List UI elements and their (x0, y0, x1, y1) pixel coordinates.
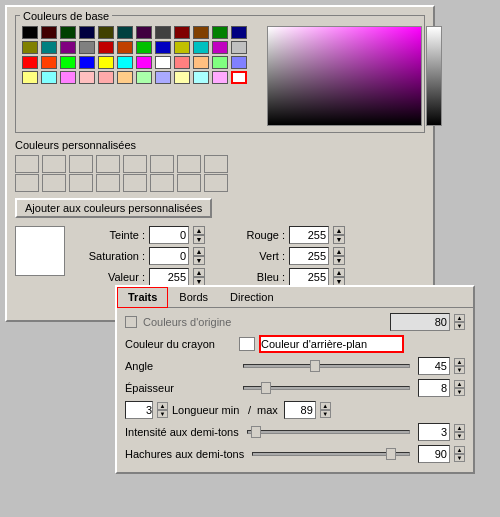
color-cell-4[interactable] (98, 26, 114, 39)
color-cell-39[interactable] (79, 71, 95, 84)
intensite-spin-down[interactable]: ▼ (454, 432, 465, 440)
color-cell-24[interactable] (22, 56, 38, 69)
custom-color-10[interactable] (69, 174, 93, 192)
color-cell-36[interactable] (22, 71, 38, 84)
color-cell-15[interactable] (79, 41, 95, 54)
teinte-spin-up[interactable]: ▲ (193, 226, 205, 235)
teinte-spin-down[interactable]: ▼ (193, 235, 205, 244)
sv-picker[interactable] (267, 26, 422, 126)
color-cell-21[interactable] (193, 41, 209, 54)
origin-color-checkbox[interactable] (125, 316, 137, 328)
color-cell-9[interactable] (193, 26, 209, 39)
angle-slider-thumb[interactable] (310, 360, 320, 372)
angle-spin-down[interactable]: ▼ (454, 366, 465, 374)
tab-bords[interactable]: Bords (168, 287, 219, 307)
hachures-spin-down[interactable]: ▼ (454, 454, 465, 462)
longueur-min-spin-up[interactable]: ▲ (157, 402, 168, 410)
origin-color-spin-down[interactable]: ▼ (454, 322, 465, 330)
longueur-min-input[interactable] (125, 401, 153, 419)
longueur-max-spin-down[interactable]: ▼ (320, 410, 331, 418)
saturation-spin-down[interactable]: ▼ (193, 256, 205, 265)
color-cell-35[interactable] (231, 56, 247, 69)
color-cell-28[interactable] (98, 56, 114, 69)
custom-color-1[interactable] (42, 155, 66, 173)
hachures-slider-thumb[interactable] (386, 448, 396, 460)
bleu-input[interactable] (289, 268, 329, 286)
custom-color-2[interactable] (69, 155, 93, 173)
custom-color-9[interactable] (42, 174, 66, 192)
color-cell-25[interactable] (41, 56, 57, 69)
rouge-spin-up[interactable]: ▲ (333, 226, 345, 235)
color-cell-27[interactable] (79, 56, 95, 69)
color-cell-23[interactable] (231, 41, 247, 54)
color-cell-11[interactable] (231, 26, 247, 39)
intensite-slider-thumb[interactable] (251, 426, 261, 438)
color-cell-0[interactable] (22, 26, 38, 39)
epaisseur-slider-thumb[interactable] (261, 382, 271, 394)
color-cell-33[interactable] (193, 56, 209, 69)
color-cell-44[interactable] (174, 71, 190, 84)
custom-color-13[interactable] (150, 174, 174, 192)
color-cell-8[interactable] (174, 26, 190, 39)
color-cell-26[interactable] (60, 56, 76, 69)
color-cell-6[interactable] (136, 26, 152, 39)
color-cell-17[interactable] (117, 41, 133, 54)
color-cell-43[interactable] (155, 71, 171, 84)
custom-color-11[interactable] (96, 174, 120, 192)
crayon-color-swatch[interactable] (239, 337, 255, 351)
color-cell-1[interactable] (41, 26, 57, 39)
color-cell-30[interactable] (136, 56, 152, 69)
longueur-max-spin-up[interactable]: ▲ (320, 402, 331, 410)
intensite-spin-up[interactable]: ▲ (454, 424, 465, 432)
vert-spin-down[interactable]: ▼ (333, 256, 345, 265)
color-cell-18[interactable] (136, 41, 152, 54)
color-cell-2[interactable] (60, 26, 76, 39)
custom-color-15[interactable] (204, 174, 228, 192)
valeur-input[interactable] (149, 268, 189, 286)
bleu-spin-up[interactable]: ▲ (333, 268, 345, 277)
saturation-input[interactable] (149, 247, 189, 265)
color-cell-31[interactable] (155, 56, 171, 69)
tab-direction[interactable]: Direction (219, 287, 284, 307)
rouge-spin-down[interactable]: ▼ (333, 235, 345, 244)
custom-color-14[interactable] (177, 174, 201, 192)
teinte-input[interactable] (149, 226, 189, 244)
custom-color-0[interactable] (15, 155, 39, 173)
color-cell-41[interactable] (117, 71, 133, 84)
vert-spin-up[interactable]: ▲ (333, 247, 345, 256)
color-cell-47[interactable] (231, 71, 247, 84)
tab-traits[interactable]: Traits (117, 287, 168, 308)
origin-color-spin-up[interactable]: ▲ (454, 314, 465, 322)
color-cell-42[interactable] (136, 71, 152, 84)
color-cell-29[interactable] (117, 56, 133, 69)
color-cell-19[interactable] (155, 41, 171, 54)
color-cell-22[interactable] (212, 41, 228, 54)
color-cell-12[interactable] (22, 41, 38, 54)
color-cell-45[interactable] (193, 71, 209, 84)
color-cell-38[interactable] (60, 71, 76, 84)
vert-input[interactable] (289, 247, 329, 265)
color-cell-3[interactable] (79, 26, 95, 39)
custom-color-4[interactable] (123, 155, 147, 173)
color-cell-5[interactable] (117, 26, 133, 39)
saturation-spin-up[interactable]: ▲ (193, 247, 205, 256)
custom-color-8[interactable] (15, 174, 39, 192)
hachures-spin-up[interactable]: ▲ (454, 446, 465, 454)
color-cell-20[interactable] (174, 41, 190, 54)
color-cell-40[interactable] (98, 71, 114, 84)
rouge-input[interactable] (289, 226, 329, 244)
color-cell-13[interactable] (41, 41, 57, 54)
color-cell-34[interactable] (212, 56, 228, 69)
custom-color-3[interactable] (96, 155, 120, 173)
color-cell-16[interactable] (98, 41, 114, 54)
valeur-spin-up[interactable]: ▲ (193, 268, 205, 277)
custom-color-12[interactable] (123, 174, 147, 192)
epaisseur-spin-up[interactable]: ▲ (454, 380, 465, 388)
custom-color-7[interactable] (204, 155, 228, 173)
color-cell-32[interactable] (174, 56, 190, 69)
color-cell-10[interactable] (212, 26, 228, 39)
angle-spin-up[interactable]: ▲ (454, 358, 465, 366)
custom-color-6[interactable] (177, 155, 201, 173)
longueur-min-spin-down[interactable]: ▼ (157, 410, 168, 418)
crayon-value[interactable] (259, 335, 404, 353)
